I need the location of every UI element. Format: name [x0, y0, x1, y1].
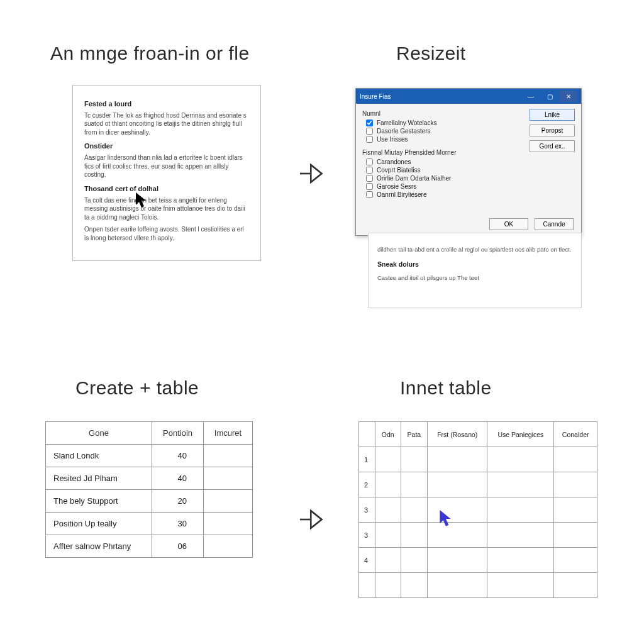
table-cell[interactable] — [375, 472, 401, 497]
group2-option[interactable]: Orirlie Dam Odarta Nialher — [362, 175, 523, 182]
checkbox[interactable] — [366, 128, 373, 135]
table-row[interactable]: Resited Jd Plham40 — [46, 467, 253, 490]
table-cell[interactable] — [428, 573, 487, 598]
doc-behind-p1: dildhen tail ta-abd ent a crolile al reg… — [377, 246, 572, 254]
table-cell[interactable] — [401, 472, 428, 497]
dialog-options: Numnl Farrellalny WotelacksDasorle Gesta… — [362, 109, 523, 199]
row-label: 3 — [359, 523, 375, 548]
cancel-button[interactable]: Cannde — [535, 218, 574, 230]
doc-behind-h1: Sneak dolurs — [377, 260, 572, 269]
table-cell[interactable]: 30 — [152, 513, 204, 535]
table-row[interactable]: Sland Londk40 — [46, 445, 253, 467]
table-cell[interactable] — [204, 535, 253, 558]
table-cell[interactable] — [487, 573, 554, 598]
table-header: Gone — [46, 422, 152, 445]
table-row[interactable]: Position Up teally30 — [46, 513, 253, 535]
checkbox[interactable] — [366, 158, 373, 165]
doc-para-3: Ta colt das ene fing lin bet teiss a ang… — [84, 196, 249, 222]
table-cell[interactable]: The bely Stupport — [46, 490, 152, 513]
table-cell[interactable] — [401, 523, 428, 548]
close-button[interactable]: ✕ — [560, 91, 577, 102]
table-row[interactable]: 3 — [359, 523, 597, 548]
table-cell[interactable]: 06 — [152, 535, 204, 558]
table-cell[interactable] — [487, 447, 554, 472]
table-row[interactable]: Affter salnow Phrtany06 — [46, 535, 253, 558]
table-cell[interactable] — [204, 513, 253, 535]
checkbox[interactable] — [366, 191, 373, 198]
table-header: Odn — [375, 422, 401, 447]
table-cell[interactable] — [554, 573, 597, 598]
table-cell[interactable] — [375, 497, 401, 523]
table-cell[interactable] — [428, 447, 487, 472]
table-cell[interactable] — [554, 472, 597, 497]
table-row[interactable]: 1 — [359, 447, 597, 472]
table-cell[interactable]: Resited Jd Plham — [46, 467, 152, 490]
option-label: Dasorle Gestasters — [377, 128, 431, 135]
dialog-side-button-3[interactable]: Gord ex.. — [530, 140, 575, 152]
table-header: Use Paniegices — [487, 422, 554, 447]
table-cell[interactable]: Sland Londk — [46, 445, 152, 467]
checkbox[interactable] — [366, 136, 373, 143]
table-cell[interactable]: 20 — [152, 490, 204, 513]
table-cell[interactable] — [375, 447, 401, 472]
maximize-button[interactable]: ▢ — [541, 91, 558, 102]
row-label: 1 — [359, 447, 375, 472]
table-row[interactable]: The bely Stupport20 — [46, 490, 253, 513]
table-header: Pontioin — [152, 422, 204, 445]
table-cell[interactable] — [554, 447, 597, 472]
table-cell[interactable] — [401, 497, 428, 523]
group2-option[interactable]: Garosie Sesrs — [362, 183, 523, 190]
option-label: Covprt Biateliss — [377, 167, 420, 174]
table-cell[interactable] — [401, 447, 428, 472]
ok-button[interactable]: OK — [489, 218, 528, 230]
dialog-titlebar[interactable]: Insure Fias — ▢ ✕ — [356, 89, 581, 104]
table-cell[interactable]: 40 — [152, 445, 204, 467]
create-table[interactable]: GonePontioinImcuret Sland Londk40Resited… — [45, 421, 253, 558]
table-cell[interactable] — [487, 472, 554, 497]
dialog-side-button-1[interactable]: Lnike — [530, 109, 575, 121]
group1-option[interactable]: Dasorle Gestasters — [362, 128, 523, 135]
table-row[interactable]: 3 — [359, 497, 597, 523]
checkbox[interactable] — [366, 175, 373, 182]
table-cell[interactable] — [554, 548, 597, 573]
table-cell[interactable] — [401, 573, 428, 598]
table-cell[interactable] — [375, 523, 401, 548]
table-cell[interactable] — [375, 548, 401, 573]
doc-heading-3: Thosand cert of dolhal — [84, 184, 249, 194]
table-row[interactable]: 2 — [359, 472, 597, 497]
table-cell[interactable] — [428, 548, 487, 573]
table-cell[interactable] — [428, 497, 487, 523]
table-cell[interactable] — [487, 548, 554, 573]
document-preview[interactable]: Fested a lourd Tc cusder The lok as fhig… — [72, 85, 261, 261]
table-cell[interactable] — [487, 523, 554, 548]
group2-option[interactable]: Covprt Biateliss — [362, 167, 523, 174]
table-cell[interactable] — [204, 467, 253, 490]
table-row[interactable] — [359, 573, 597, 598]
table-cell[interactable] — [554, 497, 597, 523]
table-cell[interactable]: Position Up teally — [46, 513, 152, 535]
group1-option[interactable]: Farrellalny Wotelacks — [362, 119, 523, 126]
group2-option[interactable]: Carandones — [362, 158, 523, 165]
table-cell[interactable] — [554, 523, 597, 548]
table-cell[interactable] — [204, 490, 253, 513]
table-cell[interactable] — [375, 573, 401, 598]
option-label: Oanrnl Biryliesere — [377, 191, 426, 198]
option-label: Carandones — [377, 158, 411, 165]
inner-table[interactable]: OdnPataFrst (Rosano)Use PaniegicesConald… — [358, 421, 597, 598]
table-cell[interactable] — [487, 497, 554, 523]
group1-option[interactable]: Use Irisses — [362, 136, 523, 143]
table-cell[interactable] — [401, 548, 428, 573]
table-cell[interactable] — [204, 445, 253, 467]
panel2-title: Resizeit — [396, 43, 466, 64]
table-cell[interactable]: Affter salnow Phrtany — [46, 535, 152, 558]
group2-option[interactable]: Oanrnl Biryliesere — [362, 191, 523, 198]
table-cell[interactable] — [428, 472, 487, 497]
checkbox[interactable] — [366, 167, 373, 174]
table-cell[interactable]: 40 — [152, 467, 204, 490]
table-cell[interactable] — [428, 523, 487, 548]
table-row[interactable]: 4 — [359, 548, 597, 573]
checkbox[interactable] — [366, 119, 373, 126]
checkbox[interactable] — [366, 183, 373, 190]
dialog-side-button-2[interactable]: Poropst — [530, 125, 575, 136]
minimize-button[interactable]: — — [522, 91, 540, 102]
